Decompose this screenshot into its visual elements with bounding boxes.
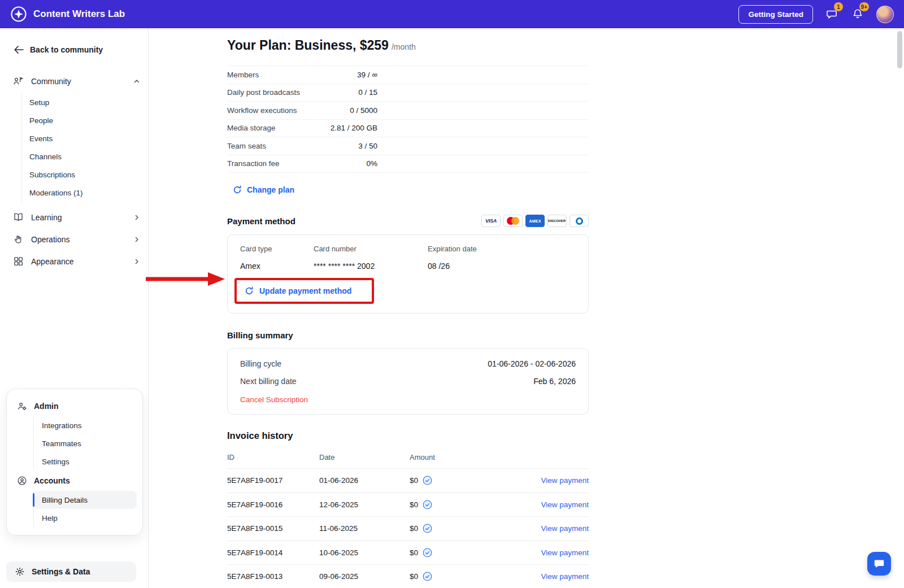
paid-check-icon[interactable]: [423, 548, 432, 557]
card-type-value: Amex: [240, 262, 314, 271]
invoice-amount: $0: [410, 524, 418, 533]
scrollbar-thumb[interactable]: [897, 31, 902, 68]
sidebar-item-admin[interactable]: Admin: [12, 396, 137, 416]
refresh-icon: [233, 185, 242, 194]
sidebar-item-community[interactable]: Community: [0, 70, 148, 92]
invoice-id-column-header: ID: [227, 453, 319, 461]
sidebar-item-accounts[interactable]: Accounts: [12, 471, 137, 491]
view-payment-link[interactable]: View payment: [541, 548, 589, 557]
book-icon: [13, 212, 24, 223]
card-type-header: Card type: [240, 245, 314, 253]
chat-messages-button[interactable]: 1: [824, 7, 839, 21]
settings-and-data-button[interactable]: Settings & Data: [6, 561, 136, 582]
sidebar-item-people[interactable]: People: [22, 111, 148, 129]
admin-icon: [17, 401, 27, 411]
avatar[interactable]: [876, 6, 894, 23]
invoice-amount-column-header: Amount: [410, 453, 477, 461]
accounts-sub-list: Billing Details Help: [33, 491, 137, 527]
usage-row: Members 39 / ∞: [227, 66, 589, 84]
change-plan-label: Change plan: [247, 185, 294, 194]
usage-label: Team seats: [227, 142, 319, 150]
usage-row: Workflow executions 0 / 5000: [227, 102, 589, 120]
payment-method-header: Payment method VISA AMEX DISCOVER: [227, 215, 589, 227]
getting-started-button[interactable]: Getting Started: [738, 5, 813, 24]
invoice-date-column-header: Date: [319, 453, 410, 461]
back-to-community-link[interactable]: Back to community: [14, 45, 148, 54]
sidebar-item-help[interactable]: Help: [34, 509, 137, 527]
invoice-history-header: Invoice history: [227, 430, 589, 441]
usage-label: Daily post broadcasts: [227, 88, 319, 97]
view-payment-link[interactable]: View payment: [541, 572, 589, 581]
invoice-id: 5E7A8F19-0014: [227, 548, 319, 557]
usage-label: Workflow executions: [227, 106, 319, 115]
view-payment-link[interactable]: View payment: [541, 500, 589, 509]
settings-and-data-label: Settings & Data: [32, 567, 90, 576]
sidebar-item-events[interactable]: Events: [22, 129, 148, 147]
invoice-date: 01-06-2026: [319, 476, 410, 485]
brand-name: Content Writers Lab: [33, 8, 125, 20]
sidebar-item-subscriptions[interactable]: Subscriptions: [22, 165, 148, 184]
sidebar-item-settings[interactable]: Settings: [34, 452, 137, 471]
card-number-header: Card number: [314, 245, 428, 253]
invoice-id: 5E7A8F19-0016: [227, 500, 319, 509]
usage-value: 0 / 5000: [319, 106, 377, 115]
paid-check-icon[interactable]: [423, 500, 432, 509]
usage-value: 0 / 15: [319, 88, 377, 97]
sidebar-item-billing-details[interactable]: Billing Details: [34, 491, 137, 509]
sidebar-item-setup[interactable]: Setup: [22, 93, 148, 111]
sidebar-item-integrations[interactable]: Integrations: [34, 416, 137, 434]
billing-summary-heading: Billing summary: [227, 330, 293, 340]
billing-summary-card: Billing cycle 01-06-2026 - 02-06-2026 Ne…: [227, 348, 589, 415]
next-billing-date-value: Feb 6, 2026: [533, 377, 576, 386]
usage-value: 0%: [319, 159, 377, 168]
plan-period: /month: [392, 42, 416, 51]
sidebar-item-teammates[interactable]: Teammates: [34, 434, 137, 452]
sidebar: Back to community Community Setup People…: [0, 28, 149, 588]
chat-bubble-icon: [873, 557, 885, 570]
sidebar-item-appearance[interactable]: Appearance: [0, 250, 148, 272]
expiration-date-header: Expiration date: [428, 245, 477, 253]
sidebar-item-operations[interactable]: Operations: [0, 228, 148, 250]
expiration-date-value: 08 /26: [428, 262, 477, 271]
cancel-subscription-link[interactable]: Cancel Subscription: [240, 395, 308, 404]
usage-row: Transaction fee 0%: [227, 155, 589, 173]
sidebar-item-channels[interactable]: Channels: [22, 147, 148, 165]
app-window: Content Writers Lab Getting Started 1 9+: [0, 0, 904, 588]
sidebar-item-moderations[interactable]: Moderations (1): [22, 184, 148, 202]
chevron-right-icon: [133, 214, 140, 221]
notifications-button[interactable]: 9+: [850, 7, 865, 21]
payment-method-heading: Payment method: [227, 216, 295, 226]
topbar-actions: Getting Started 1 9+: [738, 5, 894, 24]
change-plan-button[interactable]: Change plan: [233, 185, 294, 194]
hand-icon: [13, 234, 24, 245]
topbar: Content Writers Lab Getting Started 1 9+: [0, 0, 904, 28]
view-payment-link[interactable]: View payment: [541, 476, 589, 485]
community-sub-list: Setup People Events Channels Subscriptio…: [21, 92, 148, 203]
annotation-highlight-box: Update payment method: [234, 278, 374, 304]
chevron-right-icon: [133, 236, 140, 243]
usage-row: Team seats 3 / 50: [227, 137, 589, 155]
invoice-table-header: ID Date Amount: [227, 445, 589, 469]
paid-check-icon[interactable]: [423, 572, 432, 581]
back-arrow-icon: [14, 46, 24, 54]
table-row: 5E7A8F19-0017 01-06-2026 $0 View payment: [227, 469, 589, 493]
view-payment-link[interactable]: View payment: [541, 524, 589, 533]
sidebar-item-learning[interactable]: Learning: [0, 206, 148, 228]
billing-cycle-label: Billing cycle: [240, 359, 281, 368]
update-payment-method-button[interactable]: Update payment method: [259, 286, 351, 295]
table-row: 5E7A8F19-0013 09-06-2025 $0 View payment: [227, 565, 589, 588]
next-billing-date-row: Next billing date Feb 6, 2026: [240, 377, 576, 386]
invoice-date: 12-06-2025: [319, 500, 410, 509]
app-logo-icon: [10, 6, 27, 23]
paid-check-icon[interactable]: [423, 524, 432, 533]
usage-label: Members: [227, 71, 319, 79]
page-title: Your Plan: Business, $259/month: [227, 38, 589, 53]
mastercard-icon: [503, 215, 523, 227]
invoice-id: 5E7A8F19-0015: [227, 524, 319, 533]
chat-fab-button[interactable]: [867, 552, 891, 576]
table-row: 5E7A8F19-0015 11-06-2025 $0 View payment: [227, 517, 589, 541]
paid-check-icon[interactable]: [423, 476, 432, 485]
usage-label: Media storage: [227, 124, 319, 132]
card-number-value: **** **** **** 2002: [314, 262, 428, 271]
invoice-date: 11-06-2025: [319, 524, 410, 533]
